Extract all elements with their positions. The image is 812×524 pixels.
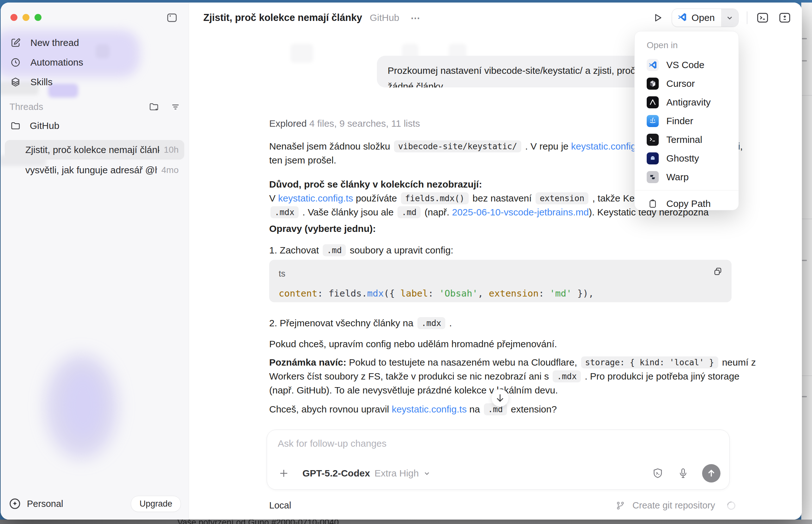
menu-item-finder[interactable]: Finder	[635, 112, 739, 130]
filter-icon[interactable]	[170, 101, 181, 112]
clock-icon	[10, 57, 21, 68]
model-effort[interactable]: Extra High	[374, 468, 419, 479]
paragraph: Pokud chceš, upravím config nebo udělám …	[269, 337, 759, 351]
menu-item-terminal[interactable]: Terminal	[635, 130, 739, 149]
open-button-label: Open	[692, 12, 715, 23]
model-name[interactable]: GPT-5.2-Codex	[302, 468, 370, 479]
open-button[interactable]: Open	[672, 9, 721, 27]
paragraph: Poznámka navíc: Pokud to testujete na na…	[269, 356, 759, 397]
menu-item-label: Finder	[666, 116, 693, 126]
menu-item-antigravity[interactable]: Antigravity	[635, 93, 739, 112]
file-link[interactable]: 2025-06-10-vscode-jetbrains.md	[452, 207, 589, 217]
background-text: Vaše potvrzení od Guno #2000-0710-0040	[177, 520, 339, 524]
file-link[interactable]: keystatic.config.ts	[392, 404, 467, 414]
code-language-label: ts	[279, 267, 722, 281]
more-options-icon[interactable]: ⋯	[411, 12, 421, 23]
menu-item-vscode[interactable]: VS Code	[635, 55, 739, 74]
blur-blob	[45, 354, 118, 459]
thread-time: 10h	[164, 145, 179, 155]
inline-code: .mdx	[418, 317, 445, 329]
inline-code: .mdx	[270, 206, 299, 218]
folder-label: GitHub	[30, 120, 59, 131]
text: Pokud to testujete na nasazeném webu na …	[346, 357, 579, 367]
thread-item-selected[interactable]: Zjistit, proč kolekce nemají články 10h	[5, 140, 184, 160]
thread-title-heading: Zjistit, proč kolekce nemají články	[203, 12, 362, 23]
sandbox-shield-icon[interactable]	[652, 467, 664, 480]
skills-cube-icon	[10, 77, 21, 87]
scroll-to-bottom-button[interactable]	[491, 389, 509, 407]
terminal-panel-icon[interactable]	[756, 11, 769, 25]
open-menu-caret[interactable]	[721, 9, 738, 27]
explored-label: Explored	[269, 118, 307, 129]
menu-item-ghostty[interactable]: Ghostty	[635, 149, 739, 168]
thread-header: Zjistit, proč kolekce nemají články GitH…	[189, 2, 802, 33]
close-button[interactable]	[11, 14, 17, 21]
background-window-bottom: Vaše potvrzení od Guno #2000-0710-0040	[0, 520, 812, 524]
account-switcher[interactable]: Personal	[9, 497, 63, 510]
copy-code-icon[interactable]	[713, 266, 723, 281]
explored-detail: 4 files, 9 searches, 11 lists	[307, 118, 420, 129]
thread-item[interactable]: vysvětli, jak funguje adresář @ho… 4mo	[5, 160, 184, 180]
vscode-icon	[677, 12, 687, 23]
background-window-right	[801, 2, 812, 520]
text: Nenašel jsem žádnou složku	[269, 141, 393, 151]
sidebar-nav: New thread Automations Skills	[10, 33, 180, 92]
follow-up-input[interactable]	[278, 438, 626, 449]
text: Chceš, abych rovnou upravil	[269, 404, 392, 414]
sidebar-item-skills[interactable]: Skills	[10, 72, 180, 92]
clipboard-icon	[647, 198, 659, 210]
loading-spinner	[726, 500, 737, 511]
environment-label: Local	[269, 500, 291, 511]
upgrade-button[interactable]: Upgrade	[131, 496, 181, 512]
menu-item-label: VS Code	[666, 60, 704, 70]
new-folder-icon[interactable]	[149, 101, 159, 112]
threads-header-label: Threads	[10, 102, 43, 112]
zoom-button[interactable]	[35, 14, 41, 21]
sidebar-item-new-thread[interactable]: New thread	[10, 33, 180, 53]
text: . Vaše články jsou ale	[300, 207, 396, 217]
header-actions: Open	[652, 2, 792, 33]
menu-item-label: Warp	[666, 172, 689, 182]
app-window: New thread Automations Skills	[1, 2, 802, 520]
sidebar-item-label: Skills	[30, 77, 53, 87]
inline-code: .mdx	[553, 370, 581, 382]
diff-panel-icon[interactable]	[778, 11, 792, 25]
text: .	[446, 318, 452, 328]
menu-divider	[635, 190, 739, 191]
menu-item-cursor[interactable]: Cursor	[635, 74, 739, 93]
window-controls	[11, 14, 41, 21]
inline-code: storage: { kind: 'local' }	[581, 356, 718, 369]
sidebar-item-label: Automations	[30, 57, 83, 68]
model-chevron-down-icon[interactable]	[422, 469, 432, 478]
send-button[interactable]	[702, 464, 721, 482]
minimize-button[interactable]	[22, 14, 30, 21]
divider	[747, 12, 747, 24]
text: V	[269, 193, 278, 203]
sidebar-item-label: New thread	[30, 37, 79, 48]
create-git-repo-button[interactable]: Create git repository	[632, 500, 715, 511]
composer[interactable]: GPT-5.2-Codex Extra High	[267, 430, 730, 490]
text: bez nastavení	[470, 193, 534, 203]
bold-heading: Opravy (vyberte jednu):	[269, 222, 759, 236]
repo-tag: GitHub	[370, 12, 399, 23]
sidebar-item-automations[interactable]: Automations	[10, 53, 180, 72]
sidebar: New thread Automations Skills	[1, 2, 189, 520]
statusbar: Local Create git repository	[269, 500, 735, 511]
attach-plus-icon[interactable]	[278, 467, 290, 479]
thread-folder-github[interactable]: GitHub	[10, 120, 59, 131]
text: používáte	[353, 193, 400, 203]
microphone-icon[interactable]	[677, 467, 690, 480]
text: . V repu je	[523, 141, 571, 151]
open-split-button[interactable]: Open	[672, 9, 739, 27]
bold-text: Poznámka navíc:	[269, 357, 346, 367]
thread-list: Zjistit, proč kolekce nemají články 10h …	[5, 140, 184, 181]
file-link[interactable]: keystatic.config.ts	[278, 193, 353, 203]
account-label: Personal	[27, 499, 63, 509]
list-item: 2. Přejmenovat všechny články na .mdx .	[269, 316, 759, 330]
text: 2. Přejmenovat všechny články na	[269, 318, 416, 328]
thread-title: vysvětli, jak funguje adresář @ho…	[26, 165, 157, 176]
sidebar-toggle-icon[interactable]	[166, 12, 178, 25]
run-play-icon[interactable]	[652, 12, 663, 23]
menu-item-copy-path[interactable]: Copy Path	[635, 194, 739, 213]
menu-item-warp[interactable]: Warp	[635, 168, 739, 186]
